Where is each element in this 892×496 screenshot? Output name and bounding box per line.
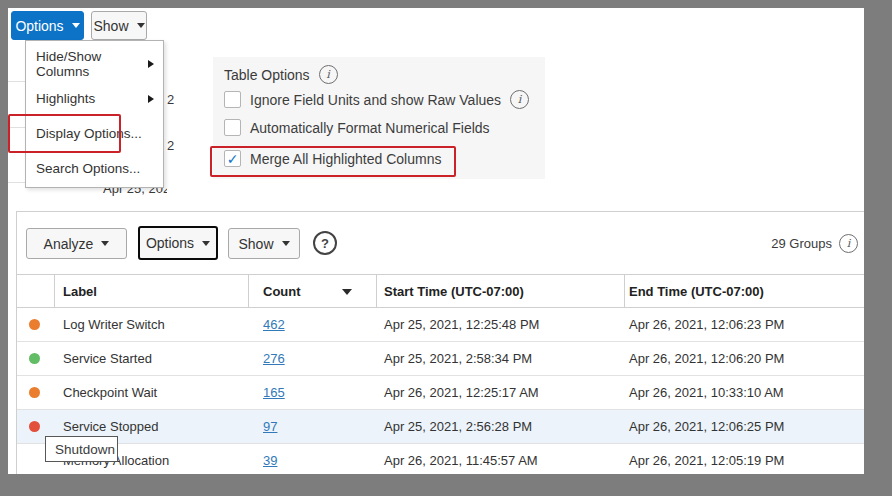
count-link[interactable]: 97 bbox=[263, 410, 277, 444]
chevron-down-icon bbox=[202, 241, 210, 246]
column-header-end-time[interactable]: End Time (UTC-07:00) bbox=[629, 275, 764, 309]
table-row[interactable]: Service Stopped 97 Apr 25, 2021, 2:56:28… bbox=[17, 410, 864, 444]
groups-count-label: 29 Groups bbox=[771, 236, 832, 251]
page-background: 2 2 Apr 25, 202 Options Show Hide/Show C… bbox=[8, 8, 864, 474]
row-label: Service Started bbox=[63, 342, 152, 376]
groups-table: Analyze Options Show ? 29 Groups i Label… bbox=[16, 211, 864, 474]
table-options-button[interactable]: Options bbox=[138, 226, 218, 260]
chevron-down-icon bbox=[72, 23, 80, 28]
table-show-button[interactable]: Show bbox=[228, 228, 300, 259]
info-icon[interactable]: i bbox=[510, 90, 529, 109]
status-dot bbox=[29, 387, 40, 398]
help-icon[interactable]: ? bbox=[313, 231, 337, 255]
occluded-row-divider bbox=[8, 182, 25, 183]
row-start-time: Apr 25, 2021, 12:25:48 PM bbox=[384, 308, 539, 342]
row-end-time: Apr 26, 2021, 10:33:10 AM bbox=[629, 376, 784, 410]
sort-descending-icon[interactable] bbox=[342, 289, 352, 295]
row-label: Checkpoint Wait bbox=[63, 376, 157, 410]
menu-item-hide-show-columns[interactable]: Hide/Show Columns bbox=[26, 46, 163, 81]
occluded-row-divider bbox=[8, 127, 25, 128]
checkbox-ignore-field-units[interactable] bbox=[224, 91, 241, 108]
count-link[interactable]: 165 bbox=[263, 376, 285, 410]
table-row[interactable]: Service Started 276 Apr 25, 2021, 2:58:3… bbox=[17, 342, 864, 376]
menu-item-highlights[interactable]: Highlights bbox=[26, 81, 163, 116]
row-end-time: Apr 26, 2021, 12:06:25 PM bbox=[629, 410, 784, 444]
chevron-down-icon bbox=[137, 23, 145, 28]
menu-item-search-options[interactable]: Search Options... bbox=[26, 151, 163, 186]
show-button-label: Show bbox=[93, 18, 128, 34]
column-header-count[interactable]: Count bbox=[263, 275, 301, 309]
info-icon[interactable]: i bbox=[319, 65, 338, 84]
info-icon[interactable]: i bbox=[839, 234, 858, 253]
tooltip-text: Shutdown bbox=[55, 442, 115, 457]
table-header-row: Label Count Start Time (UTC-07:00) End T… bbox=[17, 274, 864, 308]
count-link[interactable]: 462 bbox=[263, 308, 285, 342]
row-label: Log Writer Switch bbox=[63, 308, 165, 342]
table-row[interactable]: Log Writer Switch 462 Apr 25, 2021, 12:2… bbox=[17, 308, 864, 342]
table-row[interactable]: Memory Allocation 39 Apr 26, 2021, 11:45… bbox=[17, 444, 864, 474]
options-dropdown-menu: Hide/Show Columns Highlights Display Opt… bbox=[25, 40, 164, 188]
menu-item-display-options[interactable]: Display Options... bbox=[26, 116, 163, 151]
checkbox-merge-highlighted-columns[interactable]: ✓ bbox=[224, 150, 241, 167]
submenu-arrow-icon bbox=[148, 95, 154, 103]
row-end-time: Apr 26, 2021, 12:06:23 PM bbox=[629, 308, 784, 342]
occluded-date-fragment: Apr 25, 202 bbox=[103, 188, 167, 196]
table-options-title: Table Options bbox=[224, 67, 310, 83]
column-divider bbox=[248, 275, 249, 307]
column-header-label[interactable]: Label bbox=[63, 275, 97, 309]
table-options-panel: Table Options i Ignore Field Units and s… bbox=[213, 57, 545, 179]
options-button[interactable]: Options bbox=[11, 11, 84, 40]
analyze-button[interactable]: Analyze bbox=[26, 228, 127, 259]
options-button-label: Options bbox=[15, 18, 63, 34]
row-start-time: Apr 25, 2021, 2:56:28 PM bbox=[384, 410, 532, 444]
status-dot bbox=[29, 319, 40, 330]
column-divider bbox=[54, 275, 55, 307]
status-dot bbox=[29, 421, 40, 432]
groups-count: 29 Groups i bbox=[771, 212, 858, 274]
count-link[interactable]: 39 bbox=[263, 444, 277, 474]
chevron-down-icon bbox=[101, 241, 109, 246]
column-divider bbox=[376, 275, 377, 307]
status-dot bbox=[29, 353, 40, 364]
show-button[interactable]: Show bbox=[91, 11, 147, 40]
submenu-arrow-icon bbox=[148, 60, 154, 68]
row-start-time: Apr 26, 2021, 11:45:57 AM bbox=[384, 444, 538, 474]
occluded-number-fragment: 2 bbox=[167, 92, 174, 107]
column-divider bbox=[624, 275, 625, 307]
occluded-number-fragment: 2 bbox=[167, 138, 174, 153]
count-link[interactable]: 276 bbox=[263, 342, 285, 376]
table-row[interactable]: Checkpoint Wait 165 Apr 26, 2021, 12:25:… bbox=[17, 376, 864, 410]
checkmark-icon: ✓ bbox=[227, 152, 239, 166]
chevron-down-icon bbox=[282, 241, 290, 246]
row-end-time: Apr 26, 2021, 12:05:19 PM bbox=[629, 444, 784, 474]
row-start-time: Apr 25, 2021, 2:58:34 PM bbox=[384, 342, 532, 376]
occluded-row-divider bbox=[8, 81, 25, 82]
checkbox-auto-format-numerical[interactable] bbox=[224, 119, 241, 136]
column-header-start-time[interactable]: Start Time (UTC-07:00) bbox=[384, 275, 524, 309]
shutdown-tooltip: Shutdown bbox=[45, 436, 118, 462]
row-end-time: Apr 26, 2021, 12:06:20 PM bbox=[629, 342, 784, 376]
row-start-time: Apr 26, 2021, 12:25:17 AM bbox=[384, 376, 539, 410]
